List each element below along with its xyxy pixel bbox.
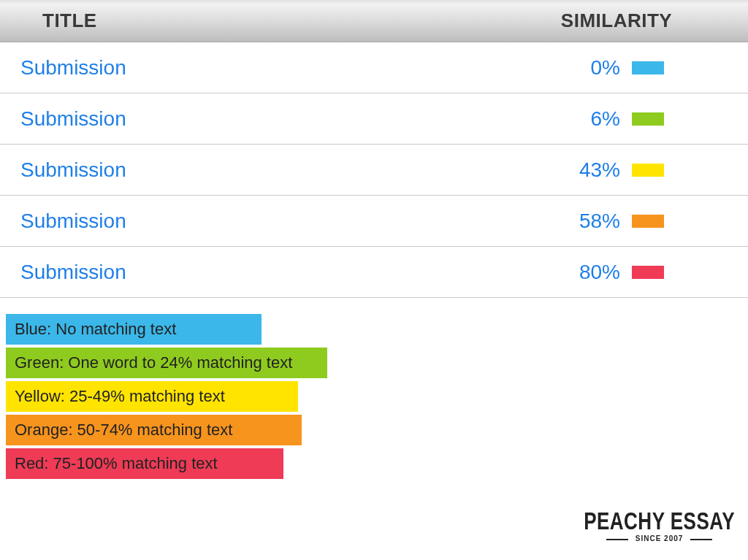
similarity-cell: 80% (485, 261, 748, 284)
brand-logo: PEACHY ESSAY SINCE 2007 (584, 512, 735, 544)
legend-label: Orange: 50-74% matching text (15, 421, 232, 440)
table-row: Submission43% (0, 145, 748, 196)
table-header: TITLE SIMILARITY (0, 0, 748, 42)
similarity-table: TITLE SIMILARITY Submission0%Submission6… (0, 0, 748, 298)
similarity-cell: 43% (485, 158, 748, 182)
similarity-cell: 58% (485, 210, 748, 233)
similarity-percent: 58% (569, 210, 620, 233)
similarity-cell: 0% (485, 56, 748, 80)
submission-link[interactable]: Submission (0, 158, 485, 182)
legend-item: Green: One word to 24% matching text (6, 348, 327, 378)
col-header-title: TITLE (0, 0, 485, 42)
similarity-percent: 80% (569, 261, 620, 284)
color-legend: Blue: No matching textGreen: One word to… (6, 314, 327, 479)
table-row: Submission58% (0, 196, 748, 247)
logo-main-text: PEACHY ESSAY (584, 510, 735, 534)
legend-item: Yellow: 25-49% matching text (6, 381, 298, 412)
submission-link[interactable]: Submission (0, 210, 485, 233)
legend-label: Red: 75-100% matching text (15, 454, 218, 473)
submission-link[interactable]: Submission (0, 107, 485, 131)
table-row: Submission80% (0, 247, 748, 298)
legend-label: Blue: No matching text (15, 320, 176, 339)
legend-item: Blue: No matching text (6, 314, 262, 345)
col-header-similarity: SIMILARITY (485, 0, 748, 42)
similarity-swatch (632, 164, 664, 177)
table-row: Submission0% (0, 42, 748, 93)
similarity-swatch (632, 112, 664, 126)
similarity-swatch (632, 215, 664, 228)
similarity-cell: 6% (485, 107, 748, 131)
table-row: Submission6% (0, 93, 748, 145)
submission-link[interactable]: Submission (0, 261, 485, 284)
logo-sub-text: SINCE 2007 (628, 534, 691, 542)
legend-label: Yellow: 25-49% matching text (15, 387, 225, 406)
legend-item: Orange: 50-74% matching text (6, 415, 302, 445)
similarity-percent: 43% (569, 158, 620, 182)
legend-label: Green: One word to 24% matching text (15, 353, 292, 372)
similarity-percent: 0% (569, 56, 620, 80)
submission-link[interactable]: Submission (0, 56, 485, 80)
legend-item: Red: 75-100% matching text (6, 448, 283, 479)
similarity-swatch (632, 61, 664, 74)
similarity-swatch (632, 266, 664, 279)
similarity-percent: 6% (569, 107, 620, 131)
